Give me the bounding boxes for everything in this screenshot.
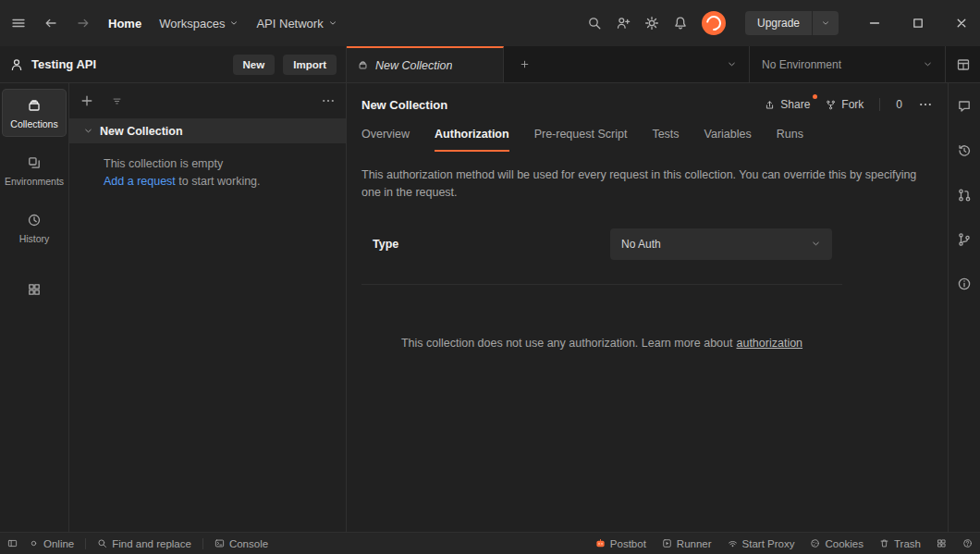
two-pane-view-button[interactable] [937,538,947,548]
settings-gear-icon[interactable] [644,16,659,31]
fork-label: Fork [841,98,864,111]
grid-icon [937,538,947,548]
environment-quicklook-icon [956,57,971,72]
nav-workspaces[interactable]: Workspaces [159,17,239,31]
tab-tests[interactable]: Tests [652,128,679,152]
auth-type-value: No Auth [621,238,661,251]
right-rail [948,83,980,532]
invite-user-icon[interactable] [616,16,631,31]
divider [361,284,842,285]
hamburger-menu-icon[interactable] [11,16,26,31]
configure-sidebar-button[interactable] [27,282,42,297]
online-status-icon [29,538,39,548]
sidebar-item-history[interactable]: History [3,204,66,251]
empty-state-text: This collection is empty [104,155,327,173]
collections-filter-input[interactable] [130,94,303,107]
cookie-icon [810,538,820,548]
fork-count[interactable]: 0 [896,98,902,111]
auth-empty-text: This collection does not use any authori… [401,337,733,350]
cookies-button[interactable]: Cookies [810,538,864,549]
find-and-replace-label: Find and replace [112,538,191,549]
start-proxy-label: Start Proxy [742,538,795,549]
add-tab-button[interactable] [504,46,545,82]
empty-state-suffix: to start working. [176,175,261,188]
tab-new-collection[interactable]: New Collection [347,46,504,82]
start-proxy-button[interactable]: Start Proxy [728,538,795,549]
trash-button[interactable]: Trash [879,538,921,549]
chevron-down-icon [821,18,830,28]
collection-tree-item[interactable]: New Collection [69,118,346,143]
toggle-sidebar-button[interactable] [7,538,18,548]
online-status[interactable]: Online [29,538,74,549]
notifications-bell-icon[interactable] [673,16,688,31]
chevron-down-icon [328,18,337,28]
search-icon[interactable] [587,16,602,31]
postbot-button[interactable]: Postbot [595,538,646,549]
console-label: Console [229,538,268,549]
sidebar-item-label: Collections [10,118,57,129]
console-icon [214,538,225,548]
help-button[interactable] [962,538,973,548]
authorization-description: This authorization method will be used f… [361,166,933,203]
console-button[interactable]: Console [214,538,268,549]
collection-icon [358,60,368,70]
environment-selector[interactable]: No Environment [749,46,945,82]
filter-icon [112,96,122,106]
environment-selector-value: No Environment [762,58,841,71]
sub-header: Testing API New Import New Collection No… [0,46,980,83]
fork-button[interactable]: Fork [826,98,864,111]
auth-type-select[interactable]: No Auth [610,228,832,260]
window-maximize-icon[interactable] [911,16,925,31]
tab-variables[interactable]: Variables [704,128,752,152]
environments-icon [27,155,42,170]
share-button[interactable]: Share [765,98,810,111]
sidebar-item-collections[interactable]: Collections [3,90,66,136]
pull-request-icon[interactable] [957,188,972,203]
tab-overflow-button[interactable] [714,46,749,82]
runner-label: Runner [677,538,712,549]
nav-api-network[interactable]: API Network [256,17,337,31]
tab-authorization[interactable]: Authorization [435,128,509,152]
divider [202,538,203,549]
editor-tab-label: New Collection [375,59,452,72]
search-icon [97,538,107,548]
forward-arrow-icon[interactable] [76,16,91,31]
tab-pre-request-script[interactable]: Pre-request Script [534,128,628,152]
sidebar-item-environments[interactable]: Environments [3,147,66,193]
more-actions-icon[interactable] [918,97,933,112]
left-rail: Collections Environments History [0,83,69,532]
tab-runs[interactable]: Runs [777,128,803,152]
runner-icon [662,538,672,548]
chevron-down-icon[interactable] [83,126,93,136]
info-icon[interactable] [957,277,972,291]
auth-type-row: Type No Auth [373,228,933,260]
back-arrow-icon[interactable] [43,16,58,31]
cookies-label: Cookies [825,538,864,549]
window-minimize-icon[interactable] [867,16,882,31]
runner-button[interactable]: Runner [662,538,712,549]
find-and-replace-button[interactable]: Find and replace [97,538,191,549]
divider [85,538,86,549]
environment-quicklook-button[interactable] [945,46,980,82]
online-label: Online [43,538,74,549]
nav-home[interactable]: Home [108,17,141,31]
upgrade-button[interactable]: Upgrade [745,11,839,35]
add-collection-icon[interactable] [80,93,94,108]
changelog-icon[interactable] [957,143,972,158]
sidebar-item-label: History [19,233,50,244]
authorization-learn-more-link[interactable]: authorization [736,337,802,350]
documentation-comment-icon[interactable] [957,99,972,114]
collections-filter[interactable] [104,88,312,114]
share-label: Share [780,98,810,111]
help-icon [962,538,973,548]
import-button[interactable]: Import [283,55,337,75]
user-avatar[interactable] [702,11,726,35]
more-actions-icon[interactable] [321,93,336,108]
add-a-request-link[interactable]: Add a request [104,175,176,188]
window-close-icon[interactable] [954,16,969,31]
new-button[interactable]: New [233,55,276,75]
upgrade-chevron[interactable] [812,11,839,35]
fork-branch-icon[interactable] [957,232,972,247]
top-bar: Home Workspaces API Network Upgrade [0,0,980,46]
tab-overview[interactable]: Overview [361,128,410,152]
